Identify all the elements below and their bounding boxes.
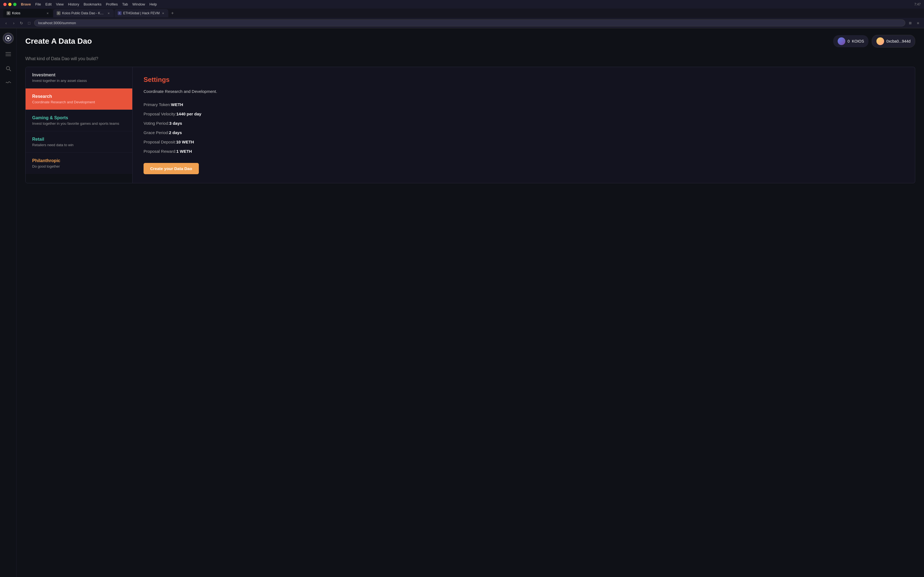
settings-row-proposal-deposit: Proposal Deposit:10 WETH — [144, 139, 904, 145]
dao-type-name-retail: Retail — [32, 137, 126, 142]
dao-type-retail[interactable]: Retail Retailers need data to win — [26, 131, 132, 153]
settings-title: Settings — [144, 76, 904, 84]
dao-type-name-investment: Investment — [32, 73, 126, 77]
settings-label-grace-period: Grace Period: — [144, 130, 169, 135]
dao-type-name-gaming: Gaming & Sports — [32, 115, 126, 120]
minimize-window-button[interactable] — [8, 3, 11, 6]
settings-label-proposal-reward: Proposal Reward: — [144, 149, 176, 153]
clock: 7:47 — [914, 2, 921, 6]
dao-type-investment[interactable]: Investment Invest together in any asset … — [26, 67, 132, 89]
tab-favicon-koios-public: K — [57, 11, 60, 15]
tab-ethglobal[interactable]: E ETHGlobal | Hack FEVM ✕ — [115, 9, 168, 17]
tab-favicon-koios: K — [6, 11, 10, 15]
dao-type-desc-research: Coordinate Research and Development — [32, 100, 126, 104]
dao-types-list: Investment Invest together in any asset … — [25, 67, 132, 183]
sidebar-search-icon[interactable] — [5, 64, 12, 72]
dao-type-desc-retail: Retailers need data to win — [32, 143, 126, 147]
svg-rect-2 — [5, 52, 11, 53]
sidebar-menu-icon[interactable] — [5, 50, 12, 58]
sidebar-logo[interactable] — [3, 33, 14, 44]
settings-row-grace-period: Grace Period:2 days — [144, 129, 904, 136]
svg-point-1 — [7, 37, 9, 39]
svg-point-5 — [6, 66, 10, 70]
new-tab-button[interactable]: + — [169, 8, 176, 18]
settings-value-proposal-velocity: 1440 per day — [176, 111, 201, 116]
menu-button[interactable]: ≡ — [915, 20, 921, 26]
maximize-window-button[interactable] — [13, 3, 16, 6]
menu-tab[interactable]: Tab — [122, 2, 128, 6]
menu-history[interactable]: History — [68, 2, 79, 6]
wallet-avatar — [876, 37, 884, 45]
balance-token: KOIOS — [852, 39, 864, 44]
settings-row-voting-period: Voting Period:3 days — [144, 120, 904, 127]
wallet-address: 0xcba0...944d — [886, 39, 911, 44]
tab-koios-public[interactable]: K Koios Public Data Dao - Koios Publ ✕ — [53, 9, 114, 17]
extensions-button[interactable]: ⊞ — [908, 20, 913, 26]
browser-name: Brave — [21, 2, 31, 6]
sidebar-activity-icon[interactable] — [5, 79, 12, 87]
bookmark-button[interactable]: □ — [26, 20, 32, 26]
settings-row-primary-token: Primary Token:WETH — [144, 102, 904, 108]
settings-row-proposal-velocity: Proposal Velocity:1440 per day — [144, 111, 904, 117]
tab-close-koios[interactable]: ✕ — [46, 11, 50, 15]
wallet-address-badge[interactable]: 0xcba0...944d — [872, 35, 915, 48]
svg-rect-4 — [5, 55, 11, 56]
settings-label-proposal-velocity: Proposal Velocity: — [144, 111, 176, 116]
browser-window-controls[interactable] — [3, 3, 16, 6]
app-container: Create A Data Dao 0 KOIOS 0xcba0...944d … — [0, 28, 924, 577]
menu-help[interactable]: Help — [150, 2, 157, 6]
dao-type-philanthropic[interactable]: Philanthropic Do good together — [26, 153, 132, 174]
dao-layout: Investment Invest together in any asset … — [25, 67, 915, 183]
menu-window[interactable]: Window — [132, 2, 145, 6]
create-dao-button[interactable]: Create your Data Dao — [144, 163, 199, 174]
settings-label-proposal-deposit: Proposal Deposit: — [144, 140, 176, 144]
browser-tab-bar: K Koios ✕ K Koios Public Data Dao - Koio… — [0, 8, 924, 18]
dao-type-name-research: Research — [32, 94, 126, 99]
tab-title-koios: Koios — [12, 11, 44, 15]
menu-profiles[interactable]: Profiles — [106, 2, 118, 6]
settings-value-voting-period: 3 days — [169, 121, 182, 126]
settings-value-grace-period: 2 days — [169, 130, 182, 135]
menu-edit[interactable]: Edit — [45, 2, 52, 6]
tab-close-koios-public[interactable]: ✕ — [107, 11, 111, 15]
tab-favicon-ethglobal: E — [118, 11, 121, 15]
dao-type-name-philanthropic: Philanthropic — [32, 158, 126, 163]
header-right: 0 KOIOS 0xcba0...944d — [833, 35, 915, 48]
koios-balance-badge: 0 KOIOS — [833, 35, 869, 47]
dao-type-desc-philanthropic: Do good together — [32, 164, 126, 168]
reload-button[interactable]: ↻ — [19, 20, 24, 26]
address-bar[interactable]: localhost:3000/summon — [34, 19, 905, 26]
settings-description: Coordinate Research and Development. — [144, 89, 904, 94]
sidebar — [0, 28, 16, 577]
dao-type-desc-investment: Invest together in any asset classs — [32, 79, 126, 83]
dao-type-desc-gaming: Invest together in you favorite games an… — [32, 121, 126, 126]
browser-titlebar: Brave File Edit View History Bookmarks P… — [0, 0, 924, 8]
page-subtitle: What kind of Data Dao will you build? — [25, 56, 915, 61]
settings-value-primary-token: WETH — [171, 102, 183, 107]
settings-value-proposal-deposit: 10 WETH — [176, 140, 194, 144]
main-content: Create A Data Dao 0 KOIOS 0xcba0...944d … — [16, 28, 924, 577]
settings-panel: Settings Coordinate Research and Develop… — [132, 67, 915, 183]
menu-view[interactable]: View — [56, 2, 64, 6]
menu-bookmarks[interactable]: Bookmarks — [84, 2, 102, 6]
settings-label-voting-period: Voting Period: — [144, 121, 169, 126]
koios-avatar — [838, 37, 845, 45]
page-title: Create A Data Dao — [25, 37, 92, 46]
close-window-button[interactable] — [3, 3, 6, 6]
tab-koios[interactable]: K Koios ✕ — [3, 9, 53, 17]
tab-title-koios-public: Koios Public Data Dao - Koios Publ — [62, 11, 105, 15]
back-button[interactable]: ‹ — [3, 20, 9, 26]
tab-close-ethglobal[interactable]: ✕ — [161, 11, 165, 15]
settings-label-primary-token: Primary Token: — [144, 102, 171, 107]
browser-menu-bar: File Edit View History Bookmarks Profile… — [35, 2, 157, 6]
forward-button[interactable]: › — [11, 20, 16, 26]
settings-row-proposal-reward: Proposal Reward:1 WETH — [144, 148, 904, 155]
dao-type-research[interactable]: Research Coordinate Research and Develop… — [26, 89, 132, 110]
svg-rect-3 — [5, 54, 11, 55]
settings-value-proposal-reward: 1 WETH — [176, 149, 192, 153]
dao-type-gaming[interactable]: Gaming & Sports Invest together in you f… — [26, 110, 132, 131]
svg-line-6 — [9, 69, 11, 71]
balance-amount: 0 — [848, 39, 850, 44]
tab-title-ethglobal: ETHGlobal | Hack FEVM — [123, 11, 160, 15]
menu-file[interactable]: File — [35, 2, 41, 6]
